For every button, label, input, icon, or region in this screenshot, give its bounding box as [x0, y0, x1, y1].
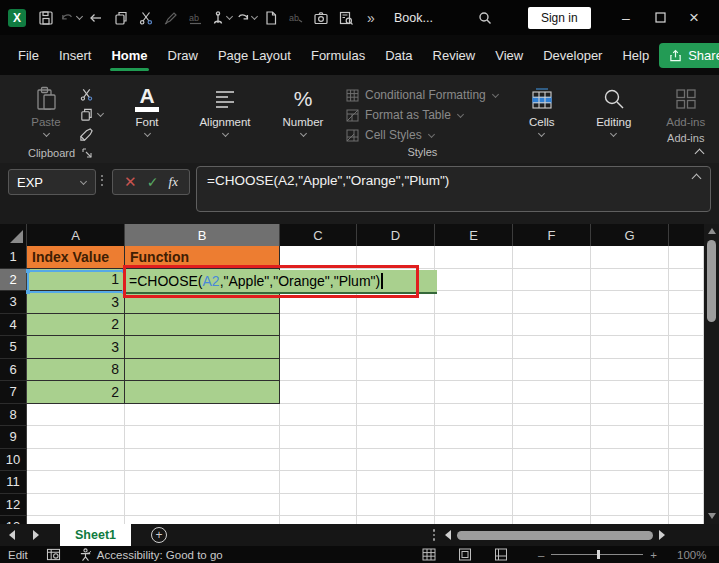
copy-icon[interactable]: [109, 6, 133, 30]
cell[interactable]: [125, 516, 280, 524]
cell[interactable]: [125, 449, 280, 472]
cell[interactable]: [591, 494, 669, 517]
cell[interactable]: [591, 291, 669, 314]
cell[interactable]: [591, 381, 669, 404]
name-box-chevron-icon[interactable]: [80, 179, 87, 186]
sign-in-button[interactable]: Sign in: [528, 7, 591, 29]
accessibility-status[interactable]: Accessibility: Good to go: [79, 548, 223, 562]
tab-draw[interactable]: Draw: [158, 35, 208, 75]
cell[interactable]: [513, 404, 591, 427]
close-button[interactable]: ×: [677, 3, 711, 33]
column-header-f[interactable]: F: [513, 224, 591, 246]
row-header-8[interactable]: 8: [0, 404, 27, 427]
sheet-tab-sheet1[interactable]: Sheet1: [60, 524, 131, 546]
new-sheet-button[interactable]: +: [151, 527, 167, 543]
cell-b6[interactable]: [125, 359, 280, 382]
insert-function-icon[interactable]: fx: [169, 174, 178, 190]
cell[interactable]: [513, 426, 591, 449]
cell[interactable]: [357, 471, 435, 494]
cell-b3[interactable]: [125, 291, 280, 314]
cell[interactable]: [435, 314, 513, 337]
normal-view-icon[interactable]: [422, 548, 436, 561]
workbook-statistics-icon[interactable]: [334, 6, 358, 30]
format-as-table-button[interactable]: Format as Table: [346, 108, 499, 122]
cell[interactable]: [27, 404, 125, 427]
scroll-down-icon[interactable]: [708, 513, 716, 519]
cell-styles-button[interactable]: Cell Styles: [346, 128, 499, 142]
select-all-corner[interactable]: [0, 224, 27, 246]
previous-sheet-icon[interactable]: [9, 530, 15, 540]
vertical-scrollbar[interactable]: [704, 224, 719, 524]
camera-icon[interactable]: [309, 6, 333, 30]
row-header-5[interactable]: 5: [0, 336, 27, 359]
column-header-c[interactable]: C: [280, 224, 357, 246]
cell[interactable]: [27, 426, 125, 449]
new-file-icon[interactable]: [259, 6, 283, 30]
horizontal-scrollbar-thumb[interactable]: [457, 531, 653, 540]
formula-bar-separator-dots-icon[interactable]: [101, 172, 105, 188]
zoom-slider[interactable]: – +: [538, 549, 657, 561]
overflow-icon[interactable]: »: [359, 6, 383, 30]
cell[interactable]: [280, 494, 357, 517]
tab-home[interactable]: Home: [101, 35, 157, 75]
cell[interactable]: [591, 359, 669, 382]
cell[interactable]: [435, 494, 513, 517]
scroll-up-icon[interactable]: [708, 228, 716, 234]
cell[interactable]: [357, 246, 435, 269]
cell[interactable]: [125, 471, 280, 494]
cell[interactable]: [280, 359, 357, 382]
back-icon[interactable]: [84, 6, 108, 30]
scroll-left-icon[interactable]: [445, 530, 451, 540]
column-header-e[interactable]: E: [435, 224, 513, 246]
tab-page-layout[interactable]: Page Layout: [208, 35, 301, 75]
cell[interactable]: [513, 494, 591, 517]
expand-formula-bar-icon[interactable]: [692, 173, 702, 181]
cell[interactable]: [435, 516, 513, 524]
row-header-11[interactable]: 11: [0, 471, 27, 494]
cell[interactable]: [280, 404, 357, 427]
cell-a5[interactable]: 3: [27, 336, 125, 359]
cell[interactable]: [280, 516, 357, 524]
cell[interactable]: [513, 359, 591, 382]
conditional-formatting-button[interactable]: Conditional Formatting: [346, 88, 499, 102]
cell[interactable]: [280, 336, 357, 359]
cell[interactable]: [27, 516, 125, 524]
cell[interactable]: [357, 291, 435, 314]
zoom-out-icon[interactable]: –: [538, 549, 544, 561]
tab-insert[interactable]: Insert: [49, 35, 102, 75]
zoom-handle[interactable]: [597, 550, 600, 559]
zoom-level[interactable]: 100%: [677, 549, 711, 561]
cell[interactable]: [357, 381, 435, 404]
cell[interactable]: [591, 404, 669, 427]
addins-button[interactable]: Add-ins: [657, 80, 715, 128]
cell[interactable]: [513, 449, 591, 472]
cell[interactable]: [435, 291, 513, 314]
row-header-9[interactable]: 9: [0, 426, 27, 449]
cell[interactable]: [125, 494, 280, 517]
cell[interactable]: [435, 381, 513, 404]
tab-file[interactable]: File: [8, 35, 49, 75]
cell[interactable]: [591, 269, 669, 292]
cell-b4[interactable]: [125, 314, 280, 337]
vertical-scrollbar-thumb[interactable]: [707, 240, 716, 322]
cell[interactable]: [513, 471, 591, 494]
name-box[interactable]: EXP: [8, 169, 96, 195]
cell[interactable]: [357, 494, 435, 517]
cell[interactable]: [591, 449, 669, 472]
scroll-right-icon[interactable]: [659, 530, 665, 540]
editing-button[interactable]: Editing: [585, 80, 643, 138]
horizontal-scrollbar[interactable]: [445, 530, 707, 540]
cell[interactable]: [591, 471, 669, 494]
cell-a2[interactable]: 1: [27, 269, 125, 292]
row-header-2[interactable]: 2: [0, 269, 27, 292]
format-painter-button[interactable]: [79, 126, 104, 142]
column-header-b[interactable]: B: [125, 224, 280, 246]
formula-input[interactable]: =CHOOSE(A2,"Apple","Orange","Plum"): [196, 166, 711, 212]
tab-developer[interactable]: Developer: [533, 35, 612, 75]
cell[interactable]: [513, 381, 591, 404]
cell[interactable]: [513, 246, 591, 269]
cell[interactable]: [280, 246, 357, 269]
cell[interactable]: [513, 314, 591, 337]
cell-b2-edit-overlay[interactable]: =CHOOSE(A2,"Apple","Orange","Plum"): [125, 270, 437, 294]
tab-data[interactable]: Data: [375, 35, 422, 75]
